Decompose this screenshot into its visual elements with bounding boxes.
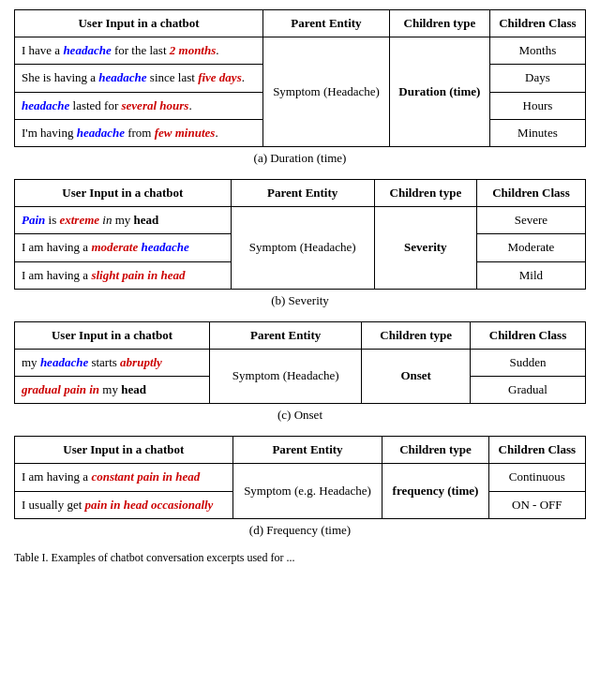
header-children-type-2: Children type [374, 179, 476, 206]
caption-frequency: (d) Frequency (time) [14, 523, 586, 538]
user-input-cell: headache lasted for several hours. [15, 92, 263, 119]
header-user-input-3: User Input in a chatbot [15, 321, 210, 349]
user-input-cell: my headache starts abruptly [15, 349, 210, 376]
caption-onset: (c) Onset [14, 408, 586, 423]
user-input-cell: I am having a moderate headache [15, 234, 232, 261]
table-row: I have a headache for the last 2 months.… [15, 37, 586, 65]
header-children-class-4: Children Class [488, 437, 585, 464]
header-parent-entity-4: Parent Entity [232, 437, 382, 464]
table-severity: User Input in a chatbot Parent Entity Ch… [14, 179, 586, 290]
header-children-type-3: Children type [362, 321, 471, 349]
user-input-cell: She is having a headache since last five… [15, 65, 263, 92]
user-input-cell: I have a headache for the last 2 months. [15, 37, 263, 65]
children-type-cell-duration: Duration (time) [389, 37, 489, 147]
parent-entity-cell-duration: Symptom (Headache) [263, 37, 390, 147]
section-duration: User Input in a chatbot Parent Entity Ch… [14, 9, 586, 166]
header-user-input-4: User Input in a chatbot [15, 437, 233, 464]
children-class-hours: Hours [489, 92, 585, 119]
user-input-cell: I am having a constant pain in head [15, 464, 233, 491]
children-class-gradual: Gradual [471, 377, 586, 404]
header-parent-entity-3: Parent Entity [210, 321, 362, 349]
header-user-input-1: User Input in a chatbot [15, 10, 263, 37]
table-duration: User Input in a chatbot Parent Entity Ch… [14, 9, 586, 147]
children-class-sudden: Sudden [471, 349, 586, 376]
children-type-cell-frequency: frequency (time) [382, 464, 488, 518]
section-onset: User Input in a chatbot Parent Entity Ch… [14, 321, 586, 424]
children-class-days: Days [489, 65, 585, 92]
children-class-mild: Mild [476, 261, 585, 289]
table-row: my headache starts abruptly Symptom (Hea… [15, 349, 586, 376]
children-class-moderate: Moderate [476, 234, 585, 261]
user-input-cell: gradual pain in my head [15, 377, 210, 404]
table-onset: User Input in a chatbot Parent Entity Ch… [14, 321, 586, 405]
table-row: Pain is extreme in my head Symptom (Head… [15, 207, 586, 234]
children-class-months: Months [489, 37, 585, 65]
user-input-cell: I usually get pain in head occasionally [15, 491, 233, 518]
parent-entity-cell-onset: Symptom (Headache) [210, 349, 362, 403]
header-children-class-1: Children Class [489, 10, 585, 37]
section-frequency: User Input in a chatbot Parent Entity Ch… [14, 436, 586, 538]
children-type-cell-severity: Severity [374, 207, 476, 290]
user-input-cell: I'm having headache from few minutes. [15, 119, 263, 146]
children-class-continuous: Continuous [488, 464, 585, 491]
header-children-class-3: Children Class [471, 321, 586, 349]
header-children-type-4: Children type [382, 437, 488, 464]
table-footer: Table I. Examples of chatbot conversatio… [14, 551, 586, 565]
user-input-cell: Pain is extreme in my head [15, 207, 232, 234]
header-children-type-1: Children type [389, 10, 489, 37]
table-row: I am having a constant pain in head Symp… [15, 464, 586, 491]
caption-severity: (b) Severity [14, 293, 586, 308]
header-parent-entity-2: Parent Entity [231, 179, 374, 206]
header-user-input-2: User Input in a chatbot [15, 179, 232, 206]
children-class-on-off: ON - OFF [488, 491, 585, 518]
children-class-severe: Severe [476, 207, 585, 234]
children-type-cell-onset: Onset [362, 349, 471, 403]
parent-entity-cell-severity: Symptom (Headache) [231, 207, 374, 290]
children-class-minutes: Minutes [489, 119, 585, 146]
table-frequency: User Input in a chatbot Parent Entity Ch… [14, 436, 586, 519]
caption-duration: (a) Duration (time) [14, 151, 586, 166]
header-parent-entity-1: Parent Entity [263, 10, 390, 37]
section-severity: User Input in a chatbot Parent Entity Ch… [14, 179, 586, 308]
user-input-cell: I am having a slight pain in head [15, 261, 232, 289]
header-children-class-2: Children Class [476, 179, 585, 206]
parent-entity-cell-frequency: Symptom (e.g. Headache) [232, 464, 382, 518]
